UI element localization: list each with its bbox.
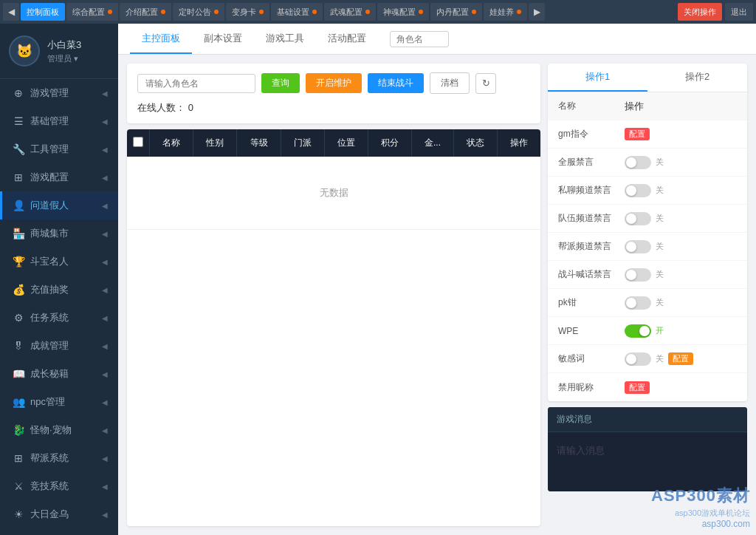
- sidebar-item-fashion[interactable]: 👗 时装管理 ◀: [0, 528, 118, 535]
- ban-team-toggle[interactable]: [625, 212, 651, 225]
- toggle-knob: [626, 298, 636, 308]
- sidebar-item-basic-manage[interactable]: ☰ 基础管理 ◀: [0, 107, 118, 135]
- table-col-name: 名称: [150, 129, 193, 157]
- guild-icon: ⊞: [13, 452, 24, 464]
- task-icon: ⚙: [13, 312, 24, 324]
- sidebar-item-tool-manage[interactable]: 🔧 工具管理 ◀: [0, 135, 118, 163]
- ban-nick-config-badge[interactable]: 配置: [625, 381, 650, 394]
- sidebar-item-market[interactable]: 🏪 商城集市 ◀: [0, 219, 118, 248]
- top-nav-tab-intro[interactable]: 介绍配置: [120, 3, 171, 21]
- sidebar-label: 充值抽奖: [30, 283, 69, 296]
- sidebar-item-game-manage[interactable]: ⊕ 游戏管理 ◀: [0, 79, 118, 107]
- no-data-cell: 无数据: [127, 157, 540, 230]
- sidebar-item-growth[interactable]: 📖 成长秘籍 ◀: [0, 360, 118, 388]
- sidebar-item-npc[interactable]: 👥 npc管理 ◀: [0, 388, 118, 416]
- sidebar-item-sun[interactable]: ☀ 大日金乌 ◀: [0, 500, 118, 528]
- layout: 🐱 小白菜3 管理员 ⊕ 游戏管理 ◀ ☰ 基础管理 ◀ 🔧 工具管理 ◀ ⊞ …: [0, 24, 756, 535]
- refresh-button[interactable]: ↻: [475, 73, 496, 94]
- nav-left-arrow[interactable]: ◀: [3, 3, 19, 21]
- tab-game-tools[interactable]: 游戏工具: [254, 24, 316, 54]
- wpe-toggle[interactable]: [625, 324, 651, 338]
- content-area: 查询 开启维护 结束战斗 清档 ↻ 在线人数： 0: [118, 55, 756, 535]
- top-nav: ◀ 控制面板 综合配置 介绍配置 定时公告 变身卡 基础设置 武魂配置 神魂配置…: [0, 0, 756, 24]
- sensitive-toggle-label: 关: [656, 353, 664, 364]
- sidebar-item-achievement[interactable]: 🎖 成就管理 ◀: [0, 332, 118, 360]
- arrow-icon: ◀: [102, 511, 108, 519]
- arrow-icon: ◀: [102, 398, 108, 406]
- main-content: 主控面板 副本设置 游戏工具 活动配置 查询 开启维护 结束战斗 清档: [118, 24, 756, 535]
- ops-value-sensitive: 关 配置: [625, 352, 737, 366]
- username: 小白菜3: [47, 38, 81, 52]
- ops-label-ban-nick: 禁用昵称: [558, 381, 625, 394]
- sidebar: 🐱 小白菜3 管理员 ⊕ 游戏管理 ◀ ☰ 基础管理 ◀ 🔧 工具管理 ◀ ⊞ …: [0, 24, 118, 535]
- sidebar-item-guild[interactable]: ⊞ 帮派系统 ◀: [0, 444, 118, 472]
- top-nav-tab-wuhun[interactable]: 武魂配置: [324, 3, 376, 21]
- top-nav-tab-notice[interactable]: 定时公告: [173, 3, 224, 21]
- top-nav-tab-doll[interactable]: 娃娃养: [484, 3, 527, 21]
- ops-label-ban-battle: 战斗喊话禁言: [558, 268, 625, 281]
- sidebar-label: 成就管理: [30, 339, 69, 352]
- table-col-status: 状态: [453, 129, 497, 157]
- online-count: 在线人数： 0: [137, 101, 530, 115]
- sensitive-toggle[interactable]: [625, 352, 651, 366]
- ops-tabs: 操作1 操作2: [548, 64, 747, 92]
- ops-label-ban-team: 队伍频道禁言: [558, 212, 625, 225]
- tab-activity[interactable]: 活动配置: [316, 24, 378, 54]
- top-nav-tab-basic[interactable]: 基础设置: [271, 3, 323, 21]
- character-search-input[interactable]: [137, 74, 255, 93]
- sidebar-item-game-config[interactable]: ⊞ 游戏配置 ◀: [0, 163, 118, 191]
- sidebar-item-monster[interactable]: 🐉 怪物·宠物 ◀: [0, 416, 118, 444]
- nav-right-arrow[interactable]: ▶: [529, 3, 545, 21]
- character-table: 名称 性别 等级 门派 位置 积分 金... 状态 操作: [127, 129, 540, 526]
- ops-tab-1[interactable]: 操作1: [548, 64, 647, 92]
- close-operation-button[interactable]: 关闭操作: [678, 3, 722, 21]
- ops-tab-2[interactable]: 操作2: [647, 64, 747, 92]
- ban-battle-toggle[interactable]: [625, 268, 651, 282]
- ban-guild-toggle[interactable]: [625, 240, 651, 253]
- top-nav-tab-dashboard[interactable]: 控制面板: [21, 3, 65, 21]
- arrow-icon: ◀: [102, 454, 108, 463]
- sidebar-item-task[interactable]: ⚙ 任务系统 ◀: [0, 304, 118, 332]
- market-icon: 🏪: [13, 228, 24, 239]
- back-button[interactable]: 退出: [725, 3, 753, 21]
- sidebar-item-pvp[interactable]: ⚔ 竞技系统 ◀: [0, 472, 118, 500]
- tab-main-panel[interactable]: 主控面板: [130, 24, 192, 54]
- message-input[interactable]: [548, 432, 747, 491]
- ops-row-ban-nick: 禁用昵称 配置: [548, 373, 747, 401]
- end-fight-button[interactable]: 结束战斗: [368, 73, 424, 93]
- search-bar: 查询 开启维护 结束战斗 清档 ↻ 在线人数： 0: [127, 64, 540, 123]
- gm-config-badge[interactable]: 配置: [625, 128, 650, 140]
- tab-dungeon[interactable]: 副本设置: [192, 24, 254, 54]
- top-nav-tab-shenhun[interactable]: 神魂配置: [377, 3, 429, 21]
- top-nav-tab-general[interactable]: 综合配置: [66, 3, 118, 21]
- toggle-knob: [626, 270, 636, 280]
- top-nav-tab-neidan[interactable]: 内丹配置: [430, 3, 482, 21]
- role-name-input[interactable]: [390, 31, 449, 47]
- ops-row-ban-all: 全服禁言 关: [548, 149, 747, 177]
- ops-label-gm: gm指令: [558, 128, 625, 140]
- ops-value-ban-nick: 配置: [625, 381, 737, 394]
- wpe-toggle-label: 开: [656, 325, 664, 336]
- arrow-icon: ◀: [102, 258, 108, 266]
- table-col-action: 操作: [497, 129, 540, 157]
- sidebar-item-treasure[interactable]: 🏆 斗宝名人 ◀: [0, 248, 118, 276]
- select-all-checkbox[interactable]: [133, 137, 143, 147]
- clear-button[interactable]: 清档: [430, 72, 470, 94]
- ops-row-wpe: WPE 开: [548, 317, 747, 345]
- toggle-knob: [626, 354, 636, 364]
- sidebar-label: 怪物·宠物: [30, 423, 72, 437]
- ban-private-toggle[interactable]: [625, 184, 651, 197]
- sensitive-config-badge[interactable]: 配置: [668, 352, 693, 365]
- sidebar-label: 任务系统: [30, 311, 69, 324]
- maintain-button[interactable]: 开启维护: [306, 73, 362, 93]
- query-button[interactable]: 查询: [261, 73, 300, 93]
- sidebar-item-recharge[interactable]: 💰 充值抽奖 ◀: [0, 276, 118, 304]
- arrow-icon: ◀: [102, 202, 108, 210]
- pk-toggle[interactable]: [625, 296, 651, 310]
- arrow-icon: ◀: [102, 230, 108, 238]
- top-nav-tab-card[interactable]: 变身卡: [226, 3, 269, 21]
- sidebar-item-fake-person[interactable]: 👤 问道假人 ◀: [0, 191, 118, 219]
- ban-all-toggle[interactable]: [625, 156, 651, 169]
- arrow-icon: ◀: [102, 342, 108, 350]
- game-manage-icon: ⊕: [13, 87, 24, 99]
